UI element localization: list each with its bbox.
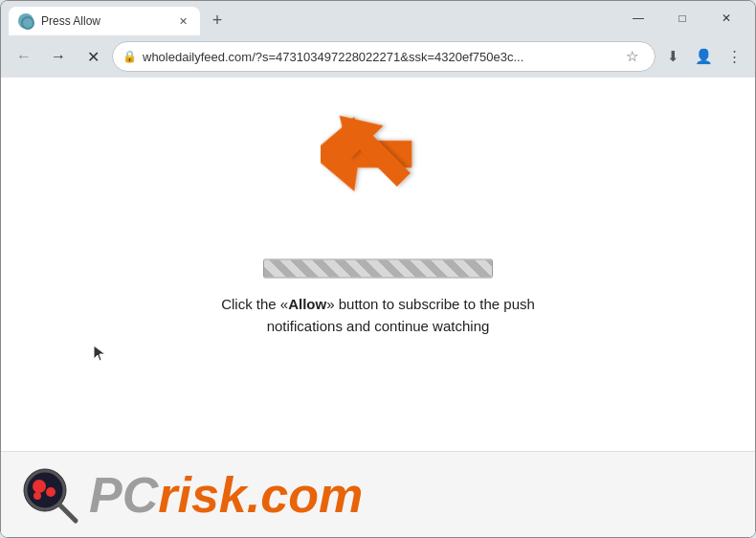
active-tab[interactable]: Press Allow ✕ [9, 7, 200, 35]
pcrisk-logo-icon [20, 465, 79, 525]
new-tab-button[interactable]: + [204, 7, 231, 34]
titlebar: Press Allow ✕ + — □ ✕ [1, 1, 755, 35]
subscribe-text: Click the «Allow» button to subscribe to… [189, 294, 567, 337]
dotcom-text: .com [247, 467, 363, 523]
back-button[interactable]: ← [9, 41, 39, 72]
svg-line-6 [60, 505, 76, 521]
address-text: wholedailyfeed.com/?s=473103497228022271… [143, 50, 612, 64]
lock-icon: 🔒 [122, 50, 137, 63]
cursor-indicator [92, 344, 109, 370]
toolbar: ← → ✕ 🔒 wholedailyfeed.com/?s=4731034972… [1, 35, 755, 78]
profile-button[interactable]: 👤 [690, 43, 717, 70]
reload-button[interactable]: ✕ [78, 41, 108, 72]
close-button[interactable]: ✕ [705, 3, 747, 34]
menu-button[interactable]: ⋮ [721, 43, 747, 70]
address-bar[interactable]: 🔒 wholedailyfeed.com/?s=4731034972280222… [112, 41, 656, 72]
progress-area: Click the «Allow» button to subscribe to… [189, 259, 567, 337]
footer-logo: PCrisk.com [1, 451, 755, 537]
tab-area: Press Allow ✕ + [9, 1, 610, 35]
pc-text: PC [89, 467, 158, 523]
browser-window: Press Allow ✕ + — □ ✕ ← → ✕ 🔒 wholedaily… [0, 0, 756, 538]
minimize-button[interactable]: — [617, 3, 659, 34]
arrow-container [321, 97, 435, 215]
forward-button[interactable]: → [43, 41, 74, 72]
tab-close-button[interactable]: ✕ [175, 13, 190, 29]
svg-point-5 [33, 492, 41, 500]
tab-title: Press Allow [41, 14, 167, 28]
window-controls: — □ ✕ [617, 3, 747, 34]
orange-arrow [321, 97, 426, 202]
progress-bar [263, 259, 493, 279]
svg-point-4 [46, 487, 56, 497]
maximize-button[interactable]: □ [661, 3, 703, 34]
tab-favicon [18, 13, 33, 29]
bookmark-button[interactable]: ☆ [618, 43, 645, 70]
svg-point-3 [33, 480, 46, 493]
svg-marker-1 [322, 99, 421, 197]
pcrisk-text: PCrisk.com [89, 470, 363, 520]
risk-text: risk [158, 467, 247, 523]
page-content: Click the «Allow» button to subscribe to… [1, 78, 755, 537]
downloads-button[interactable]: ⬇ [659, 43, 686, 70]
